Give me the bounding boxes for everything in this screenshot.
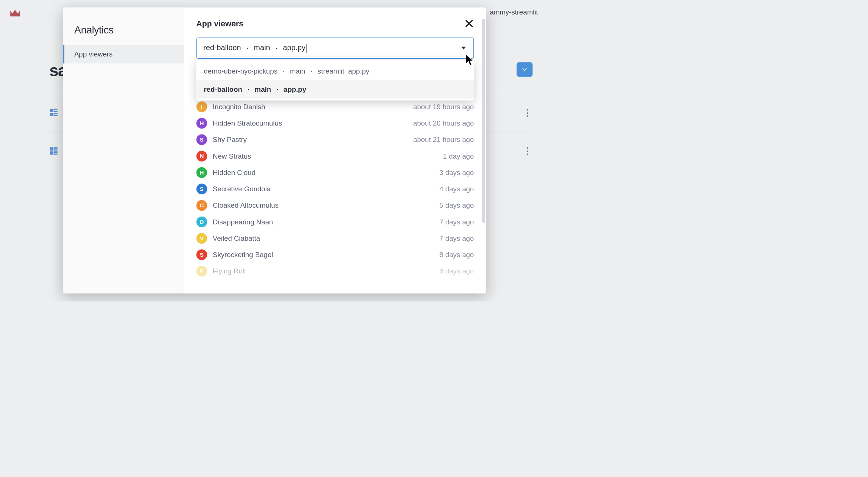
svg-rect-4	[54, 113, 58, 114]
close-button[interactable]	[464, 19, 474, 28]
viewer-name: Flying Roll	[213, 267, 440, 275]
app-grid-icon	[49, 108, 58, 117]
selected-branch: main	[254, 43, 270, 52]
option-repo: red-balloon	[204, 85, 242, 93]
viewer-time: 7 days ago	[440, 234, 474, 242]
option-file: app.py	[284, 85, 306, 93]
option-branch: main	[290, 67, 305, 75]
analytics-modal: Analytics App viewers App viewers red-ba…	[63, 7, 486, 293]
viewer-name: New Stratus	[213, 152, 443, 160]
viewer-row: FFlying Roll8 days ago	[196, 263, 474, 279]
separator-dot-icon: ·	[310, 67, 312, 75]
svg-rect-8	[54, 149, 58, 150]
caret-down-icon	[461, 47, 466, 50]
avatar: F	[196, 266, 207, 276]
svg-rect-5	[54, 115, 58, 116]
main-title: App viewers	[196, 19, 243, 28]
app-selector-dropdown[interactable]: red-balloon · main · app.py demo-uber-ny…	[196, 38, 474, 59]
viewer-name: Hidden Stratocumulus	[213, 119, 413, 127]
viewer-row: VVeiled Ciabatta7 days ago	[196, 230, 474, 246]
avatar: S	[196, 184, 207, 194]
viewer-row: SSkyrocketing Bagel8 days ago	[196, 247, 474, 263]
kebab-menu-icon[interactable]: ⋮	[523, 146, 533, 156]
avatar: C	[196, 200, 207, 211]
dropdown-button[interactable]	[516, 62, 532, 77]
avatar: V	[196, 233, 207, 244]
dropdown-menu: demo-uber-nyc-pickups · main · streamlit…	[196, 60, 474, 101]
svg-rect-9	[50, 151, 54, 155]
username-label: ammy-streamlit	[490, 8, 538, 16]
svg-rect-6	[50, 147, 54, 150]
selected-file: app.py	[283, 43, 305, 52]
viewer-time: 8 days ago	[440, 267, 474, 275]
viewer-name: Disappearing Naan	[213, 218, 440, 225]
dropdown-selected[interactable]: red-balloon · main · app.py	[196, 38, 474, 59]
sidebar-title: Analytics	[63, 19, 184, 45]
svg-rect-7	[54, 147, 58, 149]
viewer-time: 8 days ago	[440, 251, 474, 259]
viewer-row: CCloaked Altocumulus5 days ago	[196, 197, 474, 214]
avatar: S	[196, 134, 207, 145]
viewer-row: HHidden Cloud3 days ago	[196, 164, 474, 181]
separator-dot-icon: ·	[247, 85, 249, 93]
viewer-name: Veiled Ciabatta	[213, 234, 440, 242]
viewer-time: 5 days ago	[440, 201, 474, 209]
option-branch: main	[255, 85, 271, 93]
avatar: H	[196, 167, 207, 178]
kebab-menu-icon[interactable]: ⋮	[523, 107, 533, 118]
viewer-time: 1 day ago	[443, 152, 474, 160]
scrollbar[interactable]	[482, 19, 485, 223]
sidebar-item-app-viewers[interactable]: App viewers	[63, 45, 184, 63]
viewer-name: Incognito Danish	[213, 103, 413, 111]
viewer-name: Cloaked Altocumulus	[213, 201, 440, 209]
viewer-name: Hidden Cloud	[213, 169, 440, 176]
modal-main: App viewers red-balloon · main · app.py	[184, 7, 486, 293]
avatar: H	[196, 118, 207, 129]
sidebar-item-label: App viewers	[74, 50, 113, 58]
option-repo: demo-uber-nyc-pickups	[204, 67, 278, 75]
viewer-row: SShy Pastryabout 21 hours ago	[196, 132, 474, 148]
viewer-row: DDisappearing Naan7 days ago	[196, 214, 474, 230]
svg-rect-1	[54, 109, 58, 110]
svg-rect-3	[50, 113, 54, 116]
viewer-row: HHidden Stratocumulusabout 20 hours ago	[196, 115, 474, 132]
text-cursor-icon	[306, 44, 306, 53]
viewer-name: Secretive Gondola	[213, 185, 440, 193]
crown-logo-icon	[9, 9, 20, 17]
viewer-name: Skyrocketing Bagel	[213, 251, 440, 259]
viewer-time: 4 days ago	[440, 185, 474, 193]
viewer-row: NNew Stratus1 day ago	[196, 148, 474, 164]
dropdown-option[interactable]: demo-uber-nyc-pickups · main · streamlit…	[196, 62, 474, 80]
option-file: streamlit_app.py	[318, 67, 369, 75]
viewer-row: IIncognito Danishabout 19 hours ago	[196, 98, 474, 115]
separator-dot-icon: ·	[283, 67, 285, 75]
viewer-time: about 21 hours ago	[413, 136, 474, 143]
avatar: I	[196, 101, 207, 112]
svg-rect-2	[54, 111, 58, 112]
svg-rect-10	[54, 151, 58, 153]
viewer-time: about 20 hours ago	[413, 119, 474, 127]
dropdown-option-selected[interactable]: red-balloon · main · app.py	[196, 80, 474, 98]
svg-rect-11	[54, 153, 58, 155]
separator-dot-icon: ·	[276, 85, 278, 93]
app-grid-icon	[49, 146, 58, 155]
viewer-time: 7 days ago	[440, 218, 474, 225]
viewer-name: Shy Pastry	[213, 136, 413, 143]
avatar: N	[196, 151, 207, 162]
selected-repo: red-balloon	[203, 43, 241, 52]
modal-sidebar: Analytics App viewers	[63, 7, 184, 293]
separator-dot-icon: ·	[275, 43, 278, 52]
viewer-time: about 19 hours ago	[413, 103, 474, 111]
avatar: D	[196, 217, 207, 227]
avatar: S	[196, 249, 207, 260]
separator-dot-icon: ·	[246, 43, 249, 52]
viewer-row: SSecretive Gondola4 days ago	[196, 181, 474, 197]
svg-rect-0	[50, 109, 54, 112]
viewer-list: NNew Pretzelabout 16 hours agoIIncognito…	[196, 82, 474, 279]
viewer-time: 3 days ago	[440, 169, 474, 176]
